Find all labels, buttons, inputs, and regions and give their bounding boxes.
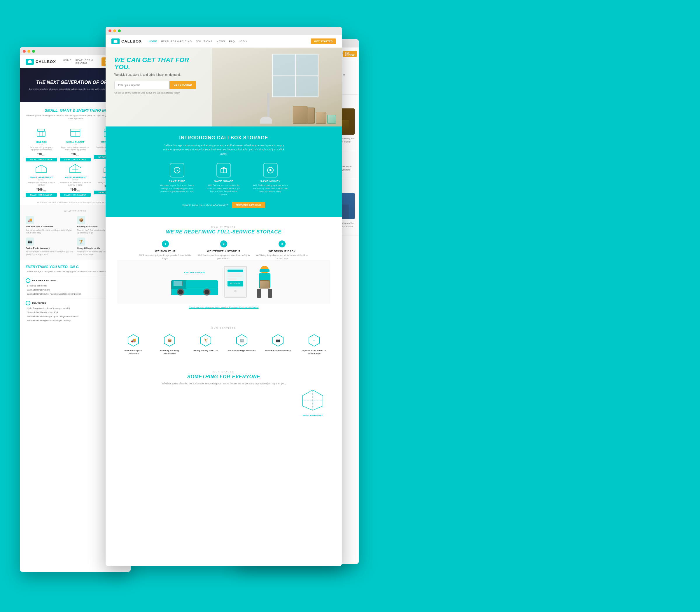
nav-features-main[interactable]: FEATURES & PRICING bbox=[161, 40, 192, 43]
step-1-desc: We'll come and get your things, you don'… bbox=[139, 254, 192, 260]
save-space-desc: With Callbox you can reclaim the room yo… bbox=[206, 184, 241, 196]
pricing-row-7-label: Each additional regular-size item per de… bbox=[27, 319, 71, 322]
service-storage: 🏢 Secure Storage Facilities bbox=[227, 334, 256, 355]
hero-main: WE CAN GET THAT FOR YOU. We pick it up, … bbox=[106, 48, 342, 126]
truck-label: CALLBOX STORAGE bbox=[184, 272, 205, 274]
service-pickups: 🚚 Free Pick-ups & Deliveries bbox=[119, 334, 148, 355]
pricing-row-6-label: Each additional delivery of up to 1 Regu… bbox=[27, 315, 79, 318]
small-apt-icon bbox=[34, 164, 49, 175]
large-apt-desc: Room for a full apartment of furniture &… bbox=[60, 182, 91, 186]
get-started-btn[interactable]: Get Started bbox=[170, 81, 196, 89]
maximize-dot-main[interactable] bbox=[118, 29, 121, 32]
svg-text:↔: ↔ bbox=[313, 339, 315, 342]
nav-solutions-main[interactable]: SOLUTIONS bbox=[196, 40, 213, 43]
browser-bar-main bbox=[106, 27, 342, 35]
logo-left: CALLBOX bbox=[26, 59, 56, 65]
features-row: SAVE TIME We come to you. Just select fr… bbox=[117, 163, 330, 196]
small-closet-price: $36/mo bbox=[60, 152, 91, 156]
mini-box-select[interactable]: Select this Callbox bbox=[26, 158, 57, 162]
close-dot-main[interactable] bbox=[108, 29, 111, 32]
small-apt-select[interactable]: Select this Callbox bbox=[26, 193, 57, 197]
box-item-small-apt: SMALL APARTMENT 10'x10' Just right for a… bbox=[26, 164, 57, 197]
pricing-row-5-label: *Items defined below under 4'x4' bbox=[27, 311, 58, 314]
step-2: 2 WE ITEMIZE + STORE IT We'll itemize yo… bbox=[198, 240, 250, 260]
clock-icon bbox=[170, 163, 184, 178]
small-closet-select[interactable]: Select this Callbox bbox=[60, 158, 91, 162]
service-spaces-name: Spaces from Small to Extra Large bbox=[299, 349, 329, 355]
box-save-icon bbox=[216, 163, 231, 178]
logo-text-main: CALLBOX bbox=[121, 39, 142, 43]
box-medium bbox=[316, 112, 326, 124]
services-row: 🚚 Free Pick-ups & Deliveries 📦 Friendly … bbox=[115, 334, 333, 355]
minimize-dot[interactable] bbox=[27, 50, 30, 53]
service-pickups-name: Free Pick-ups & Deliveries bbox=[119, 349, 148, 355]
hero-window bbox=[272, 54, 319, 97]
offer-inventory-name: Online Photo Inventory bbox=[26, 247, 73, 249]
nav-cta-right[interactable]: Get Started bbox=[343, 51, 357, 57]
nav-home-main[interactable]: HOME bbox=[149, 40, 157, 43]
offer-inventory-desc: We take images of what you have in stora… bbox=[26, 251, 73, 255]
box-item-large-apt: LARGE APARTMENT 10'x15' Room for a full … bbox=[60, 164, 91, 197]
box-teal bbox=[327, 115, 336, 124]
box-item-mini: MINI-BOX 5'x5' Extra space for your spor… bbox=[26, 129, 57, 162]
window-divider-h bbox=[273, 75, 318, 76]
svg-text:🏢: 🏢 bbox=[240, 338, 244, 343]
step-2-num: 2 bbox=[220, 240, 227, 247]
nav-features-left[interactable]: FEATURES & PRICING bbox=[76, 59, 102, 65]
large-apt-price: $249/mo bbox=[60, 188, 91, 192]
offer-item-inventory: 📷 Online Photo Inventory We take images … bbox=[26, 237, 73, 255]
close-dot[interactable] bbox=[23, 50, 26, 53]
lamp-area bbox=[265, 93, 272, 124]
minimize-dot-main[interactable] bbox=[113, 29, 116, 32]
nav-main: CALLBOX HOME FEATURES & PRICING SOLUTION… bbox=[106, 35, 342, 48]
features-pricing-btn[interactable]: Features & Pricing bbox=[232, 202, 265, 208]
maximize-dot[interactable] bbox=[32, 50, 35, 53]
tablet-bar2 bbox=[228, 273, 240, 275]
intro-text: Callbox Storage makes moving and storing… bbox=[162, 143, 285, 156]
tablet-bar4 bbox=[228, 278, 237, 280]
person-illustration bbox=[253, 266, 276, 298]
box-icon: 📦 bbox=[77, 216, 85, 224]
box-item-small-closet: SMALL CLOSET 5'x5' Room for the holiday … bbox=[60, 129, 91, 162]
pricing-row-1-label: 1 Pick Up per month bbox=[27, 284, 47, 287]
hero-content-main: WE CAN GET THAT FOR YOU. We pick it up, … bbox=[115, 57, 196, 94]
nav-home-left[interactable]: HOME bbox=[63, 59, 71, 65]
mini-box-icon bbox=[34, 129, 49, 140]
hero-phone-text: Or call us at 972-Callbox (225-5269) and… bbox=[115, 92, 196, 94]
large-apt-select[interactable]: Select this Callbox bbox=[60, 193, 91, 197]
service-spaces: ↔ Spaces from Small to Extra Large bbox=[299, 334, 329, 355]
illustration-section: CALLBOX STORAGE GET STARTED bbox=[117, 260, 330, 304]
iso-label: SMALL APARTMENT bbox=[302, 414, 323, 416]
isometric-area: SMALL APARTMENT bbox=[115, 386, 333, 412]
nav-login-main[interactable]: LOGIN bbox=[239, 40, 248, 43]
zipcode-input[interactable] bbox=[115, 81, 170, 89]
browser-window-main: CALLBOX HOME FEATURES & PRICING SOLUTION… bbox=[106, 27, 342, 566]
boxes-stack bbox=[301, 108, 336, 124]
large-apt-icon bbox=[68, 164, 82, 175]
tablet-btn-text: GET STARTED bbox=[230, 283, 241, 284]
hero-input-group: Get Started bbox=[115, 81, 196, 89]
lifting-hex-icon: 🏋️ bbox=[199, 334, 212, 347]
step-3: 3 WE BRING IT BACK We'll bring things ba… bbox=[256, 240, 308, 260]
svg-text:📷: 📷 bbox=[276, 338, 280, 343]
tablet-screen: GET STARTED bbox=[226, 268, 244, 289]
mini-box-name: MINI-BOX bbox=[26, 141, 57, 143]
everyone-section: OUR SPACES SOMETHING FOR EVERYONE Whethe… bbox=[106, 362, 342, 418]
save-money-desc: With Callbox pricing systems, which are … bbox=[253, 184, 288, 193]
everyone-title: SOMETHING FOR EVERYONE bbox=[115, 374, 333, 379]
features-pricing-link[interactable]: Check out everything we have to offer. R… bbox=[117, 304, 330, 311]
deliveries-section-name: DELIVERIES bbox=[32, 302, 46, 304]
small-apt-price: $169/mo bbox=[26, 188, 57, 192]
large-apt-name: LARGE APARTMENT bbox=[60, 176, 91, 179]
everyone-subtitle: Whether you're cleaning out a closet or … bbox=[115, 382, 333, 386]
cta-strip-text: Want to know more about what we do? bbox=[182, 204, 228, 207]
nav-faq-main[interactable]: FAQ bbox=[229, 40, 235, 43]
nav-links-main: HOME FEATURES & PRICING SOLUTIONS NEWS F… bbox=[149, 40, 247, 43]
step-1-num: 1 bbox=[162, 240, 169, 247]
truck-window bbox=[174, 281, 182, 286]
step-2-desc: We'll itemize your belongings and store … bbox=[198, 254, 250, 260]
spaces-hex-icon: ↔ bbox=[308, 334, 321, 347]
cta-strip: Want to know more about what we do? Feat… bbox=[117, 202, 330, 208]
nav-cta-main[interactable]: Get Started bbox=[311, 39, 336, 44]
nav-news-main[interactable]: NEWS bbox=[216, 40, 225, 43]
